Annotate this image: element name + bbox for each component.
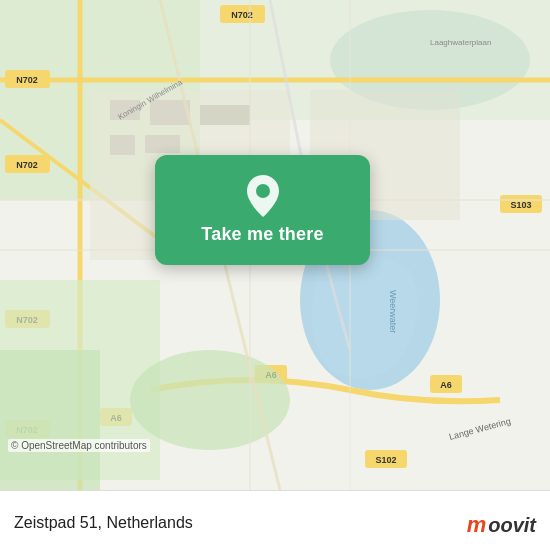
take-me-there-label: Take me there — [201, 224, 323, 245]
moovit-m-letter: m — [467, 512, 487, 538]
svg-rect-33 — [0, 350, 100, 490]
svg-text:Laaghwaterplaan: Laaghwaterplaan — [430, 38, 491, 47]
svg-text:S103: S103 — [510, 200, 531, 210]
moovit-brand-text: oovit — [488, 514, 536, 537]
pin-icon — [243, 176, 283, 216]
address-text: Zeistpad 51, Netherlands — [14, 514, 193, 532]
moovit-logo: m oovit — [467, 512, 536, 538]
footer-bar: Zeistpad 51, Netherlands m oovit — [0, 490, 550, 550]
svg-rect-29 — [110, 135, 135, 155]
osm-attribution: © OpenStreetMap contributors — [8, 439, 150, 452]
svg-text:A6: A6 — [440, 380, 452, 390]
svg-text:N702: N702 — [16, 75, 38, 85]
svg-text:N702: N702 — [16, 160, 38, 170]
svg-text:Weerwater: Weerwater — [388, 290, 398, 333]
svg-text:S102: S102 — [375, 455, 396, 465]
svg-point-39 — [256, 184, 270, 198]
svg-rect-30 — [145, 135, 180, 153]
osm-contributors: OpenStreetMap contributors — [21, 440, 147, 451]
map-container: N702 N702 N702 S103 A6 A6 A6 S102 N702 N… — [0, 0, 550, 490]
svg-rect-28 — [200, 105, 250, 125]
take-me-there-button[interactable]: Take me there — [155, 155, 370, 265]
copyright-symbol: © — [11, 440, 18, 451]
